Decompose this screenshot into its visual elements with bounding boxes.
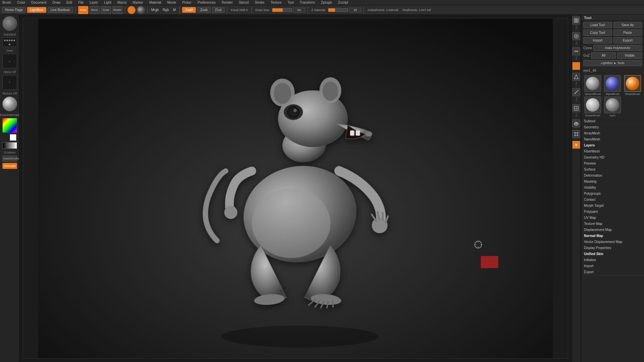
secondary-color-swatch[interactable] [10, 134, 16, 141]
load-tool-btn[interactable]: Load Tool [583, 22, 612, 28]
menu-marker[interactable]: Marker [132, 1, 144, 4]
displacement-map-item[interactable]: Displacement Map [581, 227, 644, 233]
texture-preview[interactable]: T [2, 75, 17, 90]
menu-stencil[interactable]: Stencil [238, 1, 250, 4]
vector-displacement-item[interactable]: Vector Displacement Map [581, 239, 644, 245]
copy-tool-btn[interactable]: Copy Tool [583, 29, 612, 36]
arraymesh-item[interactable]: ArrayMesh [581, 130, 644, 136]
mrgb-label[interactable]: Mrgb [150, 8, 160, 12]
per-btn[interactable] [572, 73, 580, 81]
menu-movie[interactable]: Movie [166, 1, 177, 4]
texture-map-item[interactable]: Texture Map [581, 221, 644, 227]
rotate-mode-btn[interactable]: Rotate [112, 6, 122, 14]
normal-map-item[interactable]: Normal Map [581, 233, 644, 239]
sml-btn[interactable] [572, 16, 580, 24]
deformation-item[interactable]: Deformation [581, 173, 644, 179]
zsub-btn[interactable]: Zsub [197, 7, 211, 13]
menu-material[interactable]: Material [148, 1, 162, 4]
thumb-spherebrush[interactable]: SphereiBrush [583, 75, 602, 96]
cloud-btn[interactable] [572, 119, 580, 127]
menu-draw[interactable]: Draw [52, 1, 61, 4]
import-bottom-item[interactable]: Import [581, 263, 644, 269]
initialize-item[interactable]: Initialize [581, 257, 644, 263]
switch-color-btn[interactable]: SwitchColor [2, 156, 17, 162]
home-page-btn[interactable]: Home Page [2, 7, 26, 13]
gradient-swatch[interactable] [2, 142, 17, 149]
nanomesh-item[interactable]: NanoMesh [581, 136, 644, 142]
menu-zscript[interactable]: Zscript [337, 1, 349, 4]
geometry-hd-item[interactable]: Geometry HD [581, 155, 644, 161]
menu-layer[interactable]: Layer [89, 1, 99, 4]
polygroups-item[interactable]: Polygroups [581, 191, 644, 197]
masking-item[interactable]: Masking [581, 179, 644, 185]
thumb-eye1[interactable]: eye1 [603, 97, 622, 117]
geometry-item[interactable]: Geometry [581, 124, 644, 130]
uv-map-item[interactable]: UV Map [581, 215, 644, 221]
alpha-preview[interactable]: α [2, 54, 17, 68]
menu-transform[interactable]: Transform [299, 1, 316, 4]
brush-preview[interactable] [2, 16, 17, 31]
menu-preferences[interactable]: Preferences [197, 1, 217, 4]
menu-color[interactable]: Color [16, 1, 26, 4]
material-preview-btn[interactable] [127, 6, 136, 14]
goz-visible-btn[interactable]: Visible [617, 52, 642, 59]
contact-item[interactable]: Contact [581, 197, 644, 203]
menu-stroke[interactable]: Stroke [254, 1, 266, 4]
surface-item[interactable]: Surface [581, 167, 644, 173]
paste-btn[interactable]: Paste [613, 29, 642, 36]
live-boolean-btn[interactable]: Live Boolean [48, 7, 73, 13]
menu-zplugin[interactable]: Zplugin [320, 1, 333, 4]
thumb-simplebrush[interactable]: SimpleBrush [623, 75, 642, 96]
alternate-btn[interactable]: Alternate [2, 163, 17, 169]
menu-texture[interactable]: Texture [270, 1, 283, 4]
menu-render[interactable]: Render [221, 1, 234, 4]
move-mode-btn[interactable]: Move [90, 6, 100, 14]
tex-orange-btn[interactable] [572, 141, 580, 149]
draw-mode-btn[interactable]: Draw [78, 6, 88, 14]
polypaint-item[interactable]: Polypaint [581, 209, 644, 215]
menu-brush[interactable]: Brush [1, 1, 12, 4]
sel-btn[interactable] [572, 62, 580, 70]
menu-edit[interactable]: Edit [65, 1, 73, 4]
act-btn[interactable] [572, 47, 580, 55]
goz-all-btn[interactable]: All [591, 52, 616, 59]
make-polymesh-btn[interactable]: Make PolyMesh3D [593, 45, 642, 51]
lightbox-tools-btn[interactable]: LightBox ► Tools [583, 60, 642, 66]
color-swatch[interactable] [2, 118, 17, 133]
save-as-btn[interactable]: Save As [613, 22, 642, 28]
scale-mode-btn[interactable]: Scale [101, 6, 111, 14]
canvas-area[interactable] [19, 15, 572, 362]
render-half-sphere-btn[interactable] [137, 6, 145, 14]
export-bottom-item[interactable]: Export [581, 269, 644, 275]
menu-tool[interactable]: Tool [286, 1, 294, 4]
thumb-eraserbrush[interactable]: EraserBrush [583, 97, 602, 117]
m-label[interactable]: M [172, 8, 177, 12]
lightbox-btn[interactable]: LightBox [27, 7, 46, 13]
zcut-btn[interactable]: Zcut [212, 7, 224, 13]
draw-size-slider[interactable]: 64 [272, 8, 305, 12]
rgb-label[interactable]: Rgb [161, 8, 170, 12]
menu-macro[interactable]: Macro [116, 1, 128, 4]
canvas-viewport[interactable] [23, 18, 568, 359]
import-btn-top[interactable]: Import [583, 37, 612, 44]
tex-btn[interactable] [572, 104, 580, 112]
model-viewport[interactable] [23, 18, 568, 358]
unified-skin-item[interactable]: Unified Skin [581, 251, 644, 257]
preview-item[interactable]: Preview [581, 161, 644, 167]
thumb-alphabrush[interactable]: AlphaBrush [603, 75, 622, 96]
z-intensity-slider[interactable]: 25 [328, 8, 361, 12]
zadd-btn[interactable]: Zadd [182, 7, 196, 13]
line-btn[interactable] [572, 88, 580, 96]
grid-btn[interactable] [572, 130, 580, 138]
brush-dots-preview[interactable] [2, 38, 17, 47]
subtool-item[interactable]: Subtool [581, 118, 644, 124]
fibermesh-item[interactable]: FiberMesh [581, 148, 644, 155]
menu-light[interactable]: Light [103, 1, 112, 4]
menu-file[interactable]: File [77, 1, 85, 4]
visibility-item[interactable]: Visibility [581, 185, 644, 191]
display-properties-item[interactable]: Display Properties [581, 245, 644, 251]
morph-target-item[interactable]: Morph Target [581, 203, 644, 209]
layers-item[interactable]: Layers [581, 142, 644, 148]
menu-picker[interactable]: Picker [181, 1, 193, 4]
menu-document[interactable]: Document [30, 1, 48, 4]
